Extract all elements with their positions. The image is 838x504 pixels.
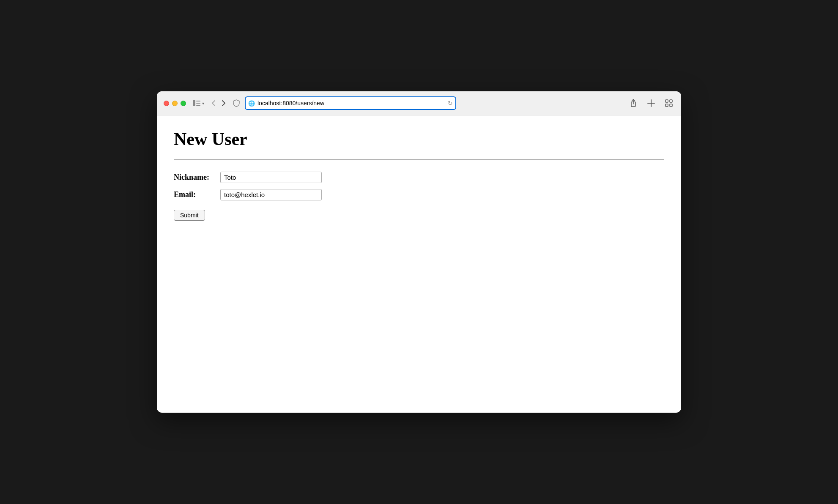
email-label: Email: (174, 190, 220, 199)
globe-icon: 🌐 (248, 100, 255, 107)
svg-rect-8 (670, 104, 672, 107)
sidebar-icon (193, 100, 200, 106)
traffic-lights (164, 101, 186, 106)
svg-rect-0 (193, 100, 195, 106)
submit-button[interactable]: Submit (174, 210, 205, 221)
address-bar-container: 🌐 ↻ (245, 96, 456, 110)
minimize-button[interactable] (172, 101, 178, 106)
maximize-button[interactable] (181, 101, 186, 106)
svg-rect-1 (196, 101, 200, 101)
browser-actions (628, 97, 674, 109)
page-content: New User Nickname: Email: Submit (157, 115, 681, 403)
divider (174, 159, 664, 160)
chevron-down-icon: ▾ (202, 101, 204, 106)
browser-window: ▾ 🌐 ↻ (157, 91, 681, 413)
reload-button[interactable]: ↻ (448, 100, 453, 107)
nickname-input[interactable] (220, 172, 322, 183)
back-button[interactable] (209, 99, 218, 108)
grid-view-button[interactable] (663, 98, 674, 109)
svg-rect-6 (670, 100, 672, 102)
email-input[interactable] (220, 189, 322, 200)
svg-rect-3 (196, 105, 200, 106)
svg-rect-5 (665, 100, 668, 102)
nickname-form-group: Nickname: (174, 172, 664, 183)
page-title: New User (174, 129, 664, 149)
submit-group: Submit (174, 206, 664, 221)
forward-button[interactable] (219, 99, 228, 108)
new-tab-button[interactable] (646, 98, 657, 109)
email-form-group: Email: (174, 189, 664, 200)
nickname-label: Nickname: (174, 173, 220, 182)
svg-rect-2 (196, 103, 200, 104)
nav-buttons (209, 99, 228, 108)
share-button[interactable] (628, 97, 639, 109)
svg-rect-7 (665, 104, 668, 107)
browser-chrome: ▾ 🌐 ↻ (157, 91, 681, 115)
close-button[interactable] (164, 101, 169, 106)
new-user-form: Nickname: Email: Submit (174, 172, 664, 221)
sidebar-toggle[interactable]: ▾ (193, 100, 204, 106)
security-shield-icon (233, 99, 240, 107)
address-bar-input[interactable] (245, 96, 456, 110)
